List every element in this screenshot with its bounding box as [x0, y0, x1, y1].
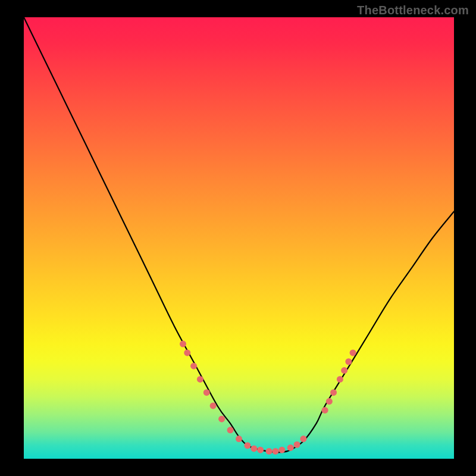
- watermark-text: TheBottleneck.com: [357, 4, 469, 17]
- plot-area: [24, 17, 454, 459]
- curve-marker: [218, 416, 225, 422]
- curve-marker: [322, 407, 328, 414]
- curve-marker: [250, 445, 257, 452]
- curve-marker: [272, 448, 278, 455]
- curve-marker: [330, 389, 337, 396]
- curve-marker: [197, 376, 203, 383]
- curve-marker: [300, 436, 306, 442]
- curve-marker: [326, 398, 333, 405]
- curve-marker: [180, 341, 186, 347]
- curve-marker: [236, 436, 242, 442]
- curve-marker: [257, 447, 264, 453]
- curve-marker: [350, 349, 356, 356]
- curve-svg: [24, 17, 454, 459]
- curve-marker: [294, 441, 300, 448]
- curve-marker: [227, 427, 234, 433]
- curve-marker: [190, 363, 197, 369]
- curve-marker: [266, 448, 273, 455]
- curve-marker: [287, 444, 294, 451]
- bottleneck-curve: [24, 17, 454, 452]
- curve-marker: [210, 402, 217, 409]
- curve-marker: [184, 349, 190, 356]
- chart-frame: TheBottleneck.com: [0, 0, 476, 476]
- curve-marker: [345, 358, 352, 365]
- curve-marker: [244, 442, 250, 449]
- curve-marker: [341, 367, 347, 374]
- curve-marker: [203, 389, 210, 396]
- curve-marker: [337, 376, 343, 383]
- curve-marker: [278, 447, 285, 453]
